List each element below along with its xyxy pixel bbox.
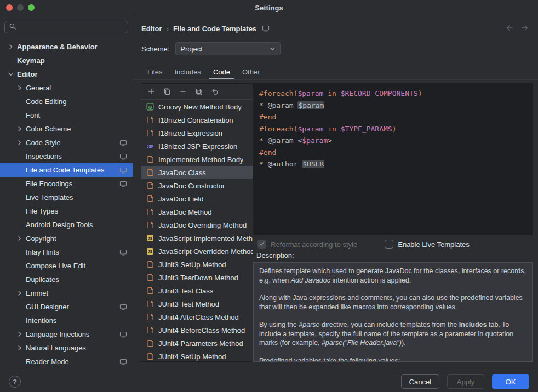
template-item-javadoc-class[interactable]: JavaDoc Class xyxy=(141,166,253,179)
chevron-right-icon[interactable] xyxy=(8,44,17,50)
template-item-junit4-setup-method[interactable]: JUnit4 SetUp Method xyxy=(141,350,253,361)
remove-icon[interactable] xyxy=(179,87,187,96)
add-icon[interactable] xyxy=(147,87,156,96)
template-list: GGroovy New Method BodyI18nized Concaten… xyxy=(141,100,253,361)
sidebar-item-appearance-behavior[interactable]: Appearance & Behavior xyxy=(0,40,133,54)
cancel-button[interactable]: Cancel xyxy=(401,374,439,389)
tab-other[interactable]: Other xyxy=(236,65,266,79)
sidebar-item-gui-designer[interactable]: GUI Designer xyxy=(0,300,133,314)
template-item-junit3-teardown-method[interactable]: JUnit3 TearDown Method xyxy=(141,271,253,284)
chevron-right-icon[interactable] xyxy=(16,290,26,296)
template-icon xyxy=(146,208,154,216)
search-input[interactable] xyxy=(4,21,128,33)
template-icon xyxy=(146,353,154,360)
template-item-groovy-new-method-body[interactable]: GGroovy New Method Body xyxy=(141,100,253,113)
template-item-junit4-beforeclass-method[interactable]: JUnit4 BeforeClass Method xyxy=(141,324,253,337)
sidebar-item-general[interactable]: General xyxy=(0,81,133,95)
template-item-label: Groovy New Method Body xyxy=(158,103,242,111)
chevron-right-icon[interactable] xyxy=(16,140,26,146)
scheme-select[interactable]: Project xyxy=(175,42,281,55)
description-paragraph: By using the #parse directive, you can i… xyxy=(259,320,526,348)
template-editor[interactable]: #foreach($param in $RECORD_COMPONENTS) *… xyxy=(253,83,533,235)
apply-button[interactable]: Apply xyxy=(447,374,484,389)
reformat-checkbox xyxy=(257,240,266,249)
sidebar-item-editor[interactable]: Editor xyxy=(0,67,133,81)
template-item-javadoc-overriding-method[interactable]: JavaDoc Overriding Method xyxy=(141,218,253,232)
help-button[interactable]: ? xyxy=(9,376,21,388)
code-line: * @author $USER xyxy=(259,158,526,170)
close-button[interactable] xyxy=(6,4,13,11)
chevron-right-icon[interactable] xyxy=(16,345,26,351)
template-item-javadoc-constructor[interactable]: JavaDoc Constructor xyxy=(141,179,253,192)
sidebar-item-file-encodings[interactable]: File Encodings xyxy=(0,177,133,191)
sidebar-item-color-scheme[interactable]: Color Scheme xyxy=(0,122,133,136)
template-item-junit4-afterclass-method[interactable]: JUnit4 AfterClass Method xyxy=(141,310,253,324)
tab-includes[interactable]: Includes xyxy=(168,65,207,79)
sidebar-item-live-templates[interactable]: Live Templates xyxy=(0,191,133,204)
template-item-implemented-method-body[interactable]: Implemented Method Body xyxy=(141,153,253,166)
template-icon xyxy=(146,313,154,321)
sidebar-item-inlay-hints[interactable]: Inlay Hints xyxy=(0,245,133,259)
sidebar-item-intentions[interactable]: Intentions xyxy=(0,314,133,327)
sidebar-item-duplicates[interactable]: Duplicates xyxy=(0,273,133,286)
zoom-button[interactable] xyxy=(28,4,35,11)
revert-icon[interactable] xyxy=(210,87,219,96)
template-item-junit3-test-class[interactable]: JUnit3 Test Class xyxy=(141,284,253,297)
monitor-icon xyxy=(119,249,127,256)
chevron-right-icon[interactable] xyxy=(16,126,26,132)
code-line: * @param <$param> xyxy=(259,135,526,147)
sidebar-item-language-injections[interactable]: Language Injections xyxy=(0,327,133,341)
template-icon xyxy=(146,221,154,229)
sidebar-item-keymap[interactable]: Keymap xyxy=(0,54,133,67)
template-icon xyxy=(146,116,154,124)
chevron-right-icon[interactable] xyxy=(16,85,26,91)
template-item-javadoc-method[interactable]: JavaDoc Method xyxy=(141,205,253,218)
sidebar-item-copyright[interactable]: Copyright xyxy=(0,232,133,245)
live-templates-checkbox[interactable] xyxy=(385,240,393,249)
template-item-i18nized-jsp-expression[interactable]: JSPI18nized JSP Expression xyxy=(141,140,253,153)
template-item-junit4-parameters-method[interactable]: JUnit4 Parameters Method xyxy=(141,337,253,350)
window-title: Settings xyxy=(255,4,283,12)
sidebar-item-code-style[interactable]: Code Style xyxy=(0,136,133,149)
code-line: #end xyxy=(259,111,526,123)
duplicate-icon[interactable] xyxy=(194,87,203,96)
minimize-button xyxy=(17,4,24,11)
sidebar-item-emmet[interactable]: Emmet xyxy=(0,286,133,300)
tab-code[interactable]: Code xyxy=(207,65,236,79)
js-icon: JS xyxy=(146,247,154,255)
template-item-i18nized-expression[interactable]: I18nized Expression xyxy=(141,126,253,140)
ok-button[interactable]: OK xyxy=(492,374,529,389)
template-item-javascript-overridden-method-body[interactable]: JSJavaScript Overridden Method Body xyxy=(141,245,253,258)
live-templates-option[interactable]: Enable Live Templates xyxy=(385,240,470,249)
copy-icon[interactable] xyxy=(163,87,171,96)
sidebar-item-android-design-tools[interactable]: Android Design Tools xyxy=(0,218,133,232)
sidebar-item-code-editing[interactable]: Code Editing xyxy=(0,95,133,108)
sidebar-item-inspections[interactable]: Inspections xyxy=(0,149,133,163)
template-item-javascript-implemented-method-body[interactable]: JSJavaScript Implemented Method Body xyxy=(141,232,253,245)
template-item-junit3-test-method[interactable]: JUnit3 Test Method xyxy=(141,297,253,310)
template-icon xyxy=(146,300,154,308)
options-row: Reformat according to style Enable Live … xyxy=(257,238,470,251)
template-item-junit3-setup-method[interactable]: JUnit3 SetUp Method xyxy=(141,258,253,271)
breadcrumb-editor[interactable]: Editor xyxy=(141,25,162,33)
settings-window: Settings Appearance & BehaviorKeymapEdit… xyxy=(0,0,538,392)
sidebar-item-label: Code Style xyxy=(26,139,61,147)
chevron-down-icon[interactable] xyxy=(8,71,17,77)
template-item-javadoc-field[interactable]: JavaDoc Field xyxy=(141,192,253,205)
sidebar-item-compose-live-edit[interactable]: Compose Live Edit xyxy=(0,259,133,273)
forward-arrow-icon[interactable] xyxy=(520,24,529,32)
template-icon xyxy=(146,287,154,295)
template-item-label: I18nized JSP Expression xyxy=(158,142,237,151)
tab-files[interactable]: Files xyxy=(141,65,168,79)
chevron-right-icon[interactable] xyxy=(16,235,26,241)
sidebar-item-file-types[interactable]: File Types xyxy=(0,204,133,218)
sidebar-item-label: Inspections xyxy=(26,152,62,160)
back-arrow-icon[interactable] xyxy=(505,24,514,32)
chevron-right-icon[interactable] xyxy=(16,331,26,337)
sidebar-item-reader-mode[interactable]: Reader Mode xyxy=(0,355,133,368)
sidebar-item-natural-languages[interactable]: Natural Languages xyxy=(0,341,133,355)
template-item-i18nized-concatenation[interactable]: I18nized Concatenation xyxy=(141,113,253,126)
template-item-label: JUnit4 AfterClass Method xyxy=(158,313,239,321)
sidebar-item-font[interactable]: Font xyxy=(0,108,133,122)
sidebar-item-file-and-code-templates[interactable]: File and Code Templates xyxy=(0,163,133,177)
